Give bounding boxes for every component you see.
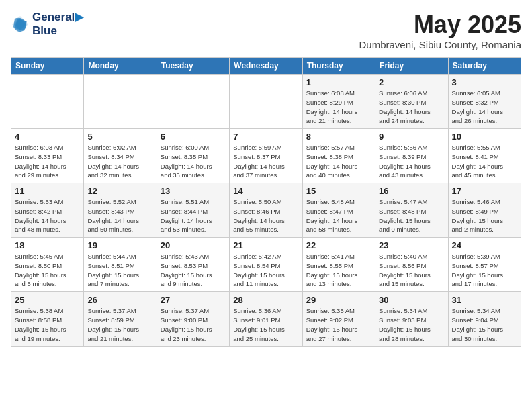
weekday-header: Sunday [11, 58, 84, 75]
calendar-week-row: 11Sunrise: 5:53 AM Sunset: 8:42 PM Dayli… [11, 183, 521, 238]
day-number: 28 [233, 295, 298, 305]
day-info: Sunrise: 5:56 AM Sunset: 8:39 PM Dayligh… [379, 143, 444, 180]
day-info: Sunrise: 5:38 AM Sunset: 8:58 PM Dayligh… [15, 306, 80, 343]
day-number: 23 [379, 240, 444, 250]
calendar-day-cell: 25Sunrise: 5:38 AM Sunset: 8:58 PM Dayli… [11, 292, 84, 347]
day-number: 21 [233, 240, 298, 250]
day-number: 11 [15, 186, 80, 196]
logo: General▶ Blue [11, 11, 83, 37]
calendar-week-row: 18Sunrise: 5:45 AM Sunset: 8:50 PM Dayli… [11, 238, 521, 292]
calendar-week-row: 25Sunrise: 5:38 AM Sunset: 8:58 PM Dayli… [11, 292, 521, 347]
day-number: 12 [87, 186, 152, 196]
calendar-day-cell: 4Sunrise: 6:03 AM Sunset: 8:33 PM Daylig… [11, 129, 84, 183]
day-number: 25 [15, 295, 80, 305]
page-header: General▶ Blue May 2025 Dumbraveni, Sibiu… [11, 11, 521, 50]
calendar-day-cell: 11Sunrise: 5:53 AM Sunset: 8:42 PM Dayli… [11, 183, 84, 238]
calendar-day-cell: 8Sunrise: 5:57 AM Sunset: 8:38 PM Daylig… [302, 129, 375, 183]
calendar-day-cell: 18Sunrise: 5:45 AM Sunset: 8:50 PM Dayli… [11, 238, 84, 292]
day-info: Sunrise: 6:02 AM Sunset: 8:34 PM Dayligh… [87, 143, 152, 180]
day-number: 2 [379, 77, 444, 87]
day-number: 10 [452, 132, 517, 142]
location-subtitle: Dumbraveni, Sibiu County, Romania [359, 39, 521, 50]
day-number: 19 [87, 240, 152, 250]
day-info: Sunrise: 5:52 AM Sunset: 8:43 PM Dayligh… [87, 197, 152, 234]
day-number: 20 [161, 240, 226, 250]
day-number: 4 [15, 132, 80, 142]
logo-icon [11, 15, 30, 34]
day-info: Sunrise: 6:08 AM Sunset: 8:29 PM Dayligh… [306, 89, 371, 126]
day-info: Sunrise: 5:57 AM Sunset: 8:38 PM Dayligh… [306, 143, 371, 180]
calendar-day-cell: 28Sunrise: 5:36 AM Sunset: 9:01 PM Dayli… [230, 292, 302, 347]
day-info: Sunrise: 5:43 AM Sunset: 8:53 PM Dayligh… [161, 252, 226, 289]
day-number: 31 [452, 295, 517, 305]
calendar-day-cell: 27Sunrise: 5:37 AM Sunset: 9:00 PM Dayli… [157, 292, 229, 347]
calendar-day-cell: 6Sunrise: 6:00 AM Sunset: 8:35 PM Daylig… [157, 129, 229, 183]
calendar-day-cell: 5Sunrise: 6:02 AM Sunset: 8:34 PM Daylig… [84, 129, 157, 183]
day-info: Sunrise: 6:05 AM Sunset: 8:32 PM Dayligh… [452, 89, 517, 126]
day-info: Sunrise: 5:37 AM Sunset: 8:59 PM Dayligh… [87, 306, 152, 343]
calendar-day-cell: 14Sunrise: 5:50 AM Sunset: 8:46 PM Dayli… [230, 183, 302, 238]
day-number: 24 [452, 240, 517, 250]
calendar-day-cell: 30Sunrise: 5:34 AM Sunset: 9:03 PM Dayli… [375, 292, 448, 347]
weekday-header-row: SundayMondayTuesdayWednesdayThursdayFrid… [11, 58, 521, 75]
calendar-day-cell: 2Sunrise: 6:06 AM Sunset: 8:30 PM Daylig… [375, 75, 448, 129]
day-info: Sunrise: 5:55 AM Sunset: 8:41 PM Dayligh… [452, 143, 517, 180]
calendar-day-cell: 31Sunrise: 5:34 AM Sunset: 9:04 PM Dayli… [448, 292, 521, 347]
day-info: Sunrise: 5:47 AM Sunset: 8:48 PM Dayligh… [379, 197, 444, 234]
day-number: 8 [306, 132, 371, 142]
day-info: Sunrise: 5:34 AM Sunset: 9:03 PM Dayligh… [379, 306, 444, 343]
day-info: Sunrise: 5:42 AM Sunset: 8:54 PM Dayligh… [233, 252, 298, 289]
weekday-header: Wednesday [230, 58, 302, 75]
day-number: 3 [452, 77, 517, 87]
day-number: 14 [233, 186, 298, 196]
day-info: Sunrise: 5:36 AM Sunset: 9:01 PM Dayligh… [233, 306, 298, 343]
calendar-table: SundayMondayTuesdayWednesdayThursdayFrid… [11, 57, 521, 347]
day-number: 30 [379, 295, 444, 305]
calendar-day-cell: 15Sunrise: 5:48 AM Sunset: 8:47 PM Dayli… [302, 183, 375, 238]
calendar-day-cell: 24Sunrise: 5:39 AM Sunset: 8:57 PM Dayli… [448, 238, 521, 292]
day-number: 27 [161, 295, 226, 305]
day-number: 29 [306, 295, 371, 305]
day-number: 6 [161, 132, 226, 142]
calendar-day-cell: 26Sunrise: 5:37 AM Sunset: 8:59 PM Dayli… [84, 292, 157, 347]
day-info: Sunrise: 5:48 AM Sunset: 8:47 PM Dayligh… [306, 197, 371, 234]
day-info: Sunrise: 6:03 AM Sunset: 8:33 PM Dayligh… [15, 143, 80, 180]
weekday-header: Tuesday [157, 58, 229, 75]
calendar-day-cell: 23Sunrise: 5:40 AM Sunset: 8:56 PM Dayli… [375, 238, 448, 292]
day-info: Sunrise: 5:53 AM Sunset: 8:42 PM Dayligh… [15, 197, 80, 234]
month-title: May 2025 [359, 11, 521, 39]
day-number: 15 [306, 186, 371, 196]
weekday-header: Friday [375, 58, 448, 75]
day-info: Sunrise: 5:50 AM Sunset: 8:46 PM Dayligh… [233, 197, 298, 234]
calendar-day-cell [157, 75, 229, 129]
weekday-header: Thursday [302, 58, 375, 75]
calendar-day-cell: 21Sunrise: 5:42 AM Sunset: 8:54 PM Dayli… [230, 238, 302, 292]
day-number: 1 [306, 77, 371, 87]
calendar-day-cell: 9Sunrise: 5:56 AM Sunset: 8:39 PM Daylig… [375, 129, 448, 183]
day-number: 5 [87, 132, 152, 142]
weekday-header: Monday [84, 58, 157, 75]
calendar-day-cell: 7Sunrise: 5:59 AM Sunset: 8:37 PM Daylig… [230, 129, 302, 183]
day-info: Sunrise: 5:40 AM Sunset: 8:56 PM Dayligh… [379, 252, 444, 289]
day-info: Sunrise: 5:35 AM Sunset: 9:02 PM Dayligh… [306, 306, 371, 343]
calendar-day-cell: 12Sunrise: 5:52 AM Sunset: 8:43 PM Dayli… [84, 183, 157, 238]
day-info: Sunrise: 5:34 AM Sunset: 9:04 PM Dayligh… [452, 306, 517, 343]
calendar-week-row: 1Sunrise: 6:08 AM Sunset: 8:29 PM Daylig… [11, 75, 521, 129]
day-info: Sunrise: 5:44 AM Sunset: 8:51 PM Dayligh… [87, 252, 152, 289]
day-number: 16 [379, 186, 444, 196]
day-info: Sunrise: 5:37 AM Sunset: 9:00 PM Dayligh… [161, 306, 226, 343]
calendar-day-cell: 10Sunrise: 5:55 AM Sunset: 8:41 PM Dayli… [448, 129, 521, 183]
day-number: 9 [379, 132, 444, 142]
calendar-day-cell [230, 75, 302, 129]
day-info: Sunrise: 5:41 AM Sunset: 8:55 PM Dayligh… [306, 252, 371, 289]
day-number: 26 [87, 295, 152, 305]
day-info: Sunrise: 5:46 AM Sunset: 8:49 PM Dayligh… [452, 197, 517, 234]
calendar-day-cell: 20Sunrise: 5:43 AM Sunset: 8:53 PM Dayli… [157, 238, 229, 292]
day-info: Sunrise: 5:45 AM Sunset: 8:50 PM Dayligh… [15, 252, 80, 289]
day-info: Sunrise: 6:06 AM Sunset: 8:30 PM Dayligh… [379, 89, 444, 126]
calendar-day-cell [11, 75, 84, 129]
calendar-day-cell: 13Sunrise: 5:51 AM Sunset: 8:44 PM Dayli… [157, 183, 229, 238]
calendar-day-cell: 19Sunrise: 5:44 AM Sunset: 8:51 PM Dayli… [84, 238, 157, 292]
calendar-day-cell: 22Sunrise: 5:41 AM Sunset: 8:55 PM Dayli… [302, 238, 375, 292]
day-number: 22 [306, 240, 371, 250]
